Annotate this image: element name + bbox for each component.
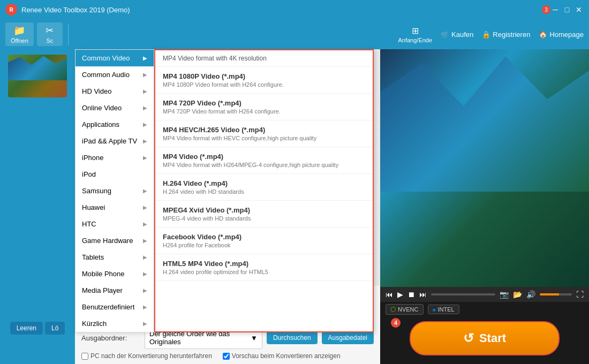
chevron-down-icon: ▼ [251,334,258,342]
arrow-icon: ▶ [143,254,147,260]
menu-item-samsung[interactable]: Samsung ▶ [75,183,154,199]
window-controls: ─ □ ✕ [550,5,584,14]
submenu-item-4[interactable]: MP4 Video (*.mp4) MP4 Video format with … [155,147,373,174]
title-badge: 3 [542,5,550,14]
submenu-item-1[interactable]: MP4 1080P Video (*.mp4) MP4 1080P Video … [155,67,373,94]
start-button[interactable]: ↺ Start [410,321,560,355]
menu-item-huawei[interactable]: Huawei ▶ [75,199,154,216]
lock-icon: 🔒 [482,31,490,39]
menu-item-media-player[interactable]: Media Player ▶ [75,282,154,299]
skip-forward-btn[interactable]: ⏭ [419,290,427,299]
folder-open-btn[interactable]: 📂 [513,290,522,299]
center-panel: Common Video ▶ Common Audio ▶ HD Video ▶… [75,49,380,364]
play-btn[interactable]: ▶ [397,290,403,299]
skip-back-btn[interactable]: ⏮ [386,290,393,299]
stop-btn[interactable]: ⏹ [407,290,415,299]
nvidia-icon: ⬡ [390,306,396,313]
arrow-icon: ▶ [143,72,147,78]
arrow-icon: ▶ [143,55,147,61]
kaufen-button[interactable]: 🛒 Kaufen [441,31,473,39]
checkbox-preview[interactable]: Vorschau beim Konvertieren anzeigen [223,352,341,360]
refresh-icon: ↺ [463,331,474,346]
checkbox-shutdown[interactable]: PC nach der Konvertierung herunterfahren [81,352,212,360]
submenu-item-7[interactable]: Facebook Video (*.mp4) H264 profile for … [155,228,373,254]
checkbox-row: PC nach der Konvertierung herunterfahren… [81,352,374,360]
toolbar-right: ⊞ Anfang/Ende 🛒 Kaufen 🔒 Registrieren 🏠 … [398,26,584,43]
arrow-icon: ▶ [143,88,147,94]
submenu-item-0[interactable]: MP4 Video format with 4K resolution [155,50,373,67]
start-btn-area: 4 ↺ Start [380,317,589,364]
anfang-icon: ⊞ [412,26,419,36]
menu-item-online-video[interactable]: Online Video ▶ [75,100,154,116]
menu-item-iphone[interactable]: iPhone ▶ [75,149,154,166]
menu-item-htc[interactable]: HTC ▶ [75,216,154,232]
encoder-badges: ⬡ NVENC ■ INTEL [380,302,589,317]
app-title: Renee Video Toolbox 2019 (Demo) [21,6,540,14]
arrow-icon: ▶ [143,221,147,227]
homepage-button[interactable]: 🏠 Homepage [539,31,584,39]
minimize-btn[interactable]: ─ [550,5,560,14]
submenu-item-3[interactable]: MP4 HEVC/H.265 Video (*.mp4) MP4 Video f… [155,120,373,147]
browse-folder-btn[interactable]: Durchsuchen [267,331,318,344]
arrow-icon: ▶ [143,155,147,161]
output-file-btn[interactable]: Ausgabedatei [322,331,374,344]
sc-button[interactable]: ✂ Sc [37,22,63,46]
toolbar-separator [68,24,69,45]
folder-icon: 📁 [13,25,25,36]
arrow-icon: ▶ [143,204,147,210]
titlebar: R Renee Video Toolbox 2019 (Demo) 3 ─ □ … [0,0,589,19]
menu-item-kurzlich[interactable]: Kürzlich ▶ [75,315,154,332]
progress-bar[interactable] [431,293,495,295]
left-panel: Leeren Lö [0,49,75,364]
arrow-icon: ▶ [143,188,147,194]
video-controls: ⏮ ▶ ⏹ ⏭ 📷 📂 🔊 ⛶ [380,287,589,302]
intel-badge: ■ INTEL [428,305,459,314]
open-button[interactable]: 📁 Öffnen [5,22,34,46]
close-btn[interactable]: ✕ [574,5,584,14]
maximize-btn[interactable]: □ [562,5,572,14]
submenu-item-8[interactable]: HTML5 MP4 Video (*.mp4) H.264 video prof… [155,254,373,281]
arrow-icon: ▶ [143,122,147,127]
intel-icon: ■ [433,307,436,313]
thumbnail [8,55,67,97]
arrow-icon: ▶ [143,321,147,327]
main-content: Leeren Lö Common Video ▶ Common Audio ▶ … [0,49,589,364]
camera-btn[interactable]: 📷 [500,290,509,299]
menu-item-common-audio[interactable]: Common Audio ▶ [75,66,154,83]
volume-icon[interactable]: 🔊 [526,290,535,299]
menu-item-applications[interactable]: Applications ▶ [75,116,154,133]
arrow-icon: ▶ [143,287,147,293]
submenu-item-2[interactable]: MP4 720P Video (*.mp4) MP4 720P Video fo… [155,94,373,120]
registrieren-button[interactable]: 🔒 Registrieren [482,31,530,39]
menu-item-hd-video[interactable]: HD Video ▶ [75,83,154,100]
anfang-button[interactable]: ⊞ Anfang/Ende [398,26,432,43]
home-icon: 🏠 [539,31,547,39]
menu-item-ipad[interactable]: iPad && Apple TV ▶ [75,133,154,149]
folder-label: Ausgabordner: [81,334,140,342]
fullscreen-btn[interactable]: ⛶ [576,290,584,299]
menu-item-tablets[interactable]: Tablets ▶ [75,249,154,266]
right-panel: ⏮ ▶ ⏹ ⏭ 📷 📂 🔊 ⛶ ⬡ NVENC ■ INTEL 4 [380,49,589,364]
submenu-item-6[interactable]: MPEG4 Xvid Video (*.mp4) MPEG-4 video wi… [155,201,373,228]
app-logo: R [5,4,17,16]
submenu-panel: MP4 Video format with 4K resolution MP4 … [154,49,374,332]
learn-button[interactable]: Leeren [10,322,43,335]
arrow-icon: ▶ [143,304,147,310]
wave-shape [380,49,589,192]
arrow-icon: ▶ [143,105,147,111]
video-area [380,49,589,287]
scissors-icon: ✂ [46,25,54,36]
menu-item-ipod[interactable]: iPod [75,166,154,183]
menu-item-game-hardware[interactable]: Game Hardware ▶ [75,232,154,249]
preview-checkbox[interactable] [223,353,230,360]
menu-item-mobile-phone[interactable]: Mobile Phone ▶ [75,266,154,282]
menu-item-benutzerdefiniert[interactable]: Benutzerdefiniert ▶ [75,299,154,315]
arrow-icon: ▶ [143,138,147,144]
lo-button[interactable]: Lö [45,322,65,335]
arrow-icon: ▶ [143,238,147,244]
shutdown-checkbox[interactable] [81,353,88,360]
volume-slider[interactable] [540,293,572,295]
menu-item-common-video[interactable]: Common Video ▶ [75,50,154,66]
submenu-item-5[interactable]: H.264 Video (*.mp4) H.264 video with HD … [155,174,373,201]
video-background [380,49,589,287]
